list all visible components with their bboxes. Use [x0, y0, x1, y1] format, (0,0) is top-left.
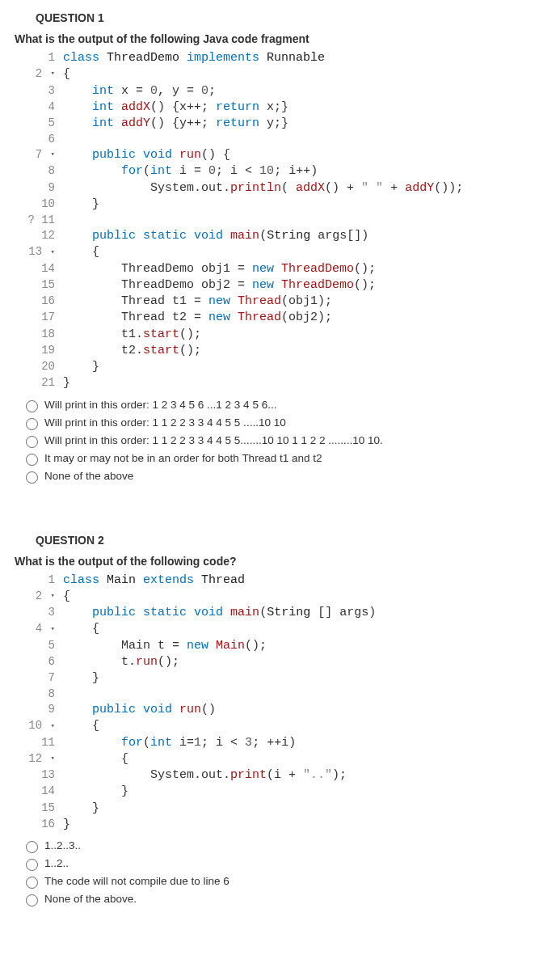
line-number: 1	[23, 573, 63, 589]
code-line: 1class ThreadDemo implements Runnable	[23, 50, 560, 66]
code-text: System.out.print(i + "..");	[63, 767, 347, 784]
option-label: Will print in this order: 1 2 3 4 5 6 ..…	[44, 399, 276, 411]
line-number: 12 ▾	[23, 751, 63, 767]
code-line: 18 t1.start();	[23, 327, 560, 343]
line-number: 6	[23, 132, 63, 147]
answer-option[interactable]: Will print in this order: 1 2 3 4 5 6 ..…	[26, 399, 560, 412]
question-1-code: 1class ThreadDemo implements Runnable2 ▾…	[23, 50, 560, 392]
code-text: }	[63, 801, 99, 817]
code-text: public static void main(String [] args)	[63, 605, 376, 621]
line-number: 15	[23, 801, 63, 817]
code-text: int addX() {x++; return x;}	[63, 99, 288, 116]
code-line: 8	[23, 687, 560, 702]
code-text: ThreadDemo obj1 = new ThreadDemo();	[63, 261, 376, 277]
code-line: 16 Thread t1 = new Thread(obj1);	[23, 294, 560, 310]
answer-option[interactable]: The code will not compile due to line 6	[26, 875, 560, 889]
line-number: 4	[23, 99, 63, 116]
line-number: 14	[23, 784, 63, 800]
answer-option[interactable]: None of the above.	[26, 893, 560, 906]
code-line: 2 ▾{	[23, 66, 560, 82]
code-text: }	[63, 817, 70, 833]
code-line: 6	[23, 132, 560, 147]
code-text: Main t = new Main();	[63, 638, 267, 654]
code-text: }	[63, 359, 99, 375]
question-2-options: 1..2..3..1..2..The code will not compile…	[26, 839, 560, 906]
option-label: 1..2..3..	[44, 839, 81, 851]
code-line: 8 for(int i = 0; i < 10; i++)	[23, 163, 560, 180]
code-line: 15 ThreadDemo obj2 = new ThreadDemo();	[23, 277, 560, 294]
code-line: 17 Thread t2 = new Thread(obj2);	[23, 310, 560, 326]
line-number: 21	[23, 375, 63, 391]
line-number: 3	[23, 605, 63, 621]
line-number: 10	[23, 196, 63, 213]
line-number: 17	[23, 310, 63, 326]
code-line: 15 }	[23, 801, 560, 817]
line-number: 14	[23, 261, 63, 277]
line-number: 8	[23, 163, 63, 180]
line-number: 9	[23, 702, 63, 718]
radio-icon[interactable]	[26, 877, 38, 889]
code-line: 5 int addY() {y++; return y;}	[23, 116, 560, 132]
radio-icon[interactable]	[26, 454, 38, 466]
code-text: class Main extends Thread	[63, 573, 245, 589]
code-line: 4 int addX() {x++; return x;}	[23, 99, 560, 116]
radio-icon[interactable]	[26, 400, 38, 412]
code-text: {	[63, 589, 70, 605]
question-2-header: QUESTION 2	[36, 534, 560, 547]
radio-icon[interactable]	[26, 894, 38, 906]
answer-option[interactable]: 1..2..3..	[26, 839, 560, 853]
code-line: 14 }	[23, 784, 560, 800]
option-label: The code will not compile due to line 6	[44, 875, 229, 887]
question-1-header: QUESTION 1	[36, 11, 560, 24]
answer-option[interactable]: It may or may not be in an order for bot…	[26, 452, 560, 466]
line-number: ? 11	[23, 213, 63, 228]
line-number: 15	[23, 277, 63, 294]
code-line: 2 ▾{	[23, 589, 560, 605]
radio-icon[interactable]	[26, 418, 38, 430]
radio-icon[interactable]	[26, 841, 38, 853]
code-text: Thread t1 = new Thread(obj1);	[63, 294, 332, 310]
answer-option[interactable]: Will print in this order: 1 1 2 2 3 3 4 …	[26, 434, 560, 448]
code-line: 1class Main extends Thread	[23, 573, 560, 589]
line-number: 11	[23, 735, 63, 751]
code-text: for(int i = 0; i < 10; i++)	[63, 163, 318, 180]
answer-option[interactable]: 1..2..	[26, 857, 560, 871]
answer-option[interactable]: Will print in this order: 1 1 2 2 3 3 4 …	[26, 416, 560, 430]
line-number: 16	[23, 294, 63, 310]
option-label: Will print in this order: 1 1 2 2 3 3 4 …	[44, 434, 383, 446]
option-label: Will print in this order: 1 1 2 2 3 3 4 …	[44, 416, 286, 429]
code-line: 20 }	[23, 359, 560, 375]
code-text: public void run()	[63, 702, 216, 718]
line-number: 12	[23, 228, 63, 244]
question-1-prompt: What is the output of the following Java…	[15, 32, 560, 45]
code-text: class ThreadDemo implements Runnable	[63, 50, 325, 66]
line-number: 13 ▾	[23, 244, 63, 260]
line-number: 5	[23, 638, 63, 654]
code-line: 10 }	[23, 196, 560, 213]
answer-option[interactable]: None of the above	[26, 470, 560, 484]
line-number: 5	[23, 116, 63, 132]
option-label: It may or may not be in an order for bot…	[44, 452, 322, 464]
radio-icon[interactable]	[26, 471, 38, 484]
line-number: 13	[23, 767, 63, 784]
code-text: {	[63, 718, 99, 734]
line-number: 16	[23, 817, 63, 833]
line-number: 4 ▾	[23, 621, 63, 637]
code-line: 11 for(int i=1; i < 3; ++i)	[23, 735, 560, 751]
code-text: t2.start();	[63, 343, 201, 359]
code-line: 16}	[23, 817, 560, 833]
radio-icon[interactable]	[26, 859, 38, 871]
code-line: 13 ▾ {	[23, 244, 560, 260]
code-line: 12 ▾ {	[23, 751, 560, 767]
code-line: 7 ▾ public void run() {	[23, 147, 560, 163]
code-text: }	[63, 375, 70, 391]
code-line: 7 }	[23, 670, 560, 687]
code-text: Thread t2 = new Thread(obj2);	[63, 310, 332, 326]
code-line: 13 System.out.print(i + "..");	[23, 767, 560, 784]
radio-icon[interactable]	[26, 436, 38, 448]
code-line: 6 t.run();	[23, 654, 560, 670]
line-number: 6	[23, 654, 63, 670]
code-text: ThreadDemo obj2 = new ThreadDemo();	[63, 277, 376, 294]
code-line: 9 System.out.println( addX() + " " + add…	[23, 180, 560, 196]
code-text: int addY() {y++; return y;}	[63, 116, 288, 132]
